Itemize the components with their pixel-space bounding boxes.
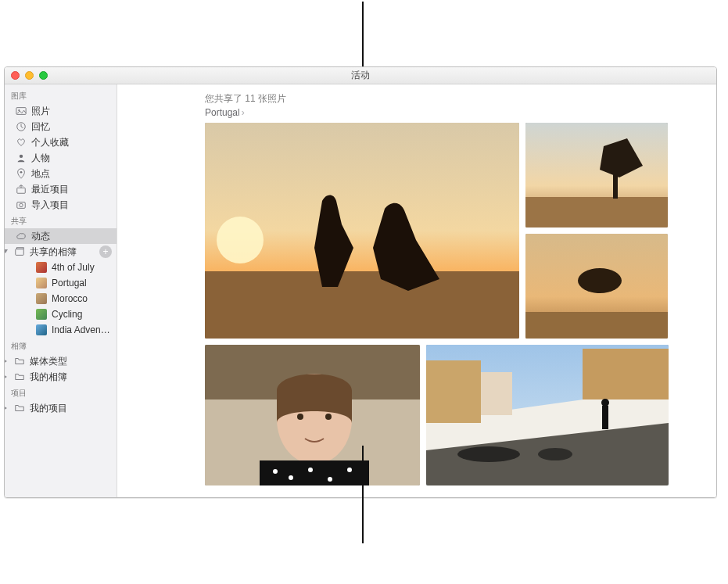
svg-rect-14 [525, 197, 668, 228]
svg-point-4 [20, 171, 23, 174]
svg-point-18 [578, 268, 622, 293]
svg-rect-32 [426, 360, 481, 423]
photo-thumbnail[interactable] [525, 234, 668, 339]
sidebar-item-label: Cycling [52, 309, 112, 320]
sidebar-item-photos[interactable]: 照片 [5, 103, 117, 119]
sidebar-item-media-types[interactable]: 媒体类型 [5, 353, 117, 369]
sidebar-item-my-projects[interactable]: 我的项目 [5, 400, 117, 416]
svg-point-28 [328, 477, 332, 482]
sidebar-item-memories[interactable]: 回忆 [5, 119, 117, 134]
svg-rect-12 [205, 271, 519, 339]
album-name-label: Portugal [205, 107, 240, 118]
disclosure-triangle-icon[interactable] [5, 357, 9, 365]
sidebar-item-label: Portugal [52, 278, 112, 288]
photo-grid-row-2 [205, 345, 693, 485]
sidebar-shared-album[interactable]: Portugal [5, 275, 117, 291]
sidebar-shared-album[interactable]: Cycling [5, 306, 117, 322]
callout-line-bottom [362, 446, 364, 543]
window-title: 活动 [5, 69, 716, 82]
svg-point-29 [347, 468, 352, 472]
sidebar-header-projects: 项目 [5, 385, 117, 400]
sidebar-item-activity[interactable]: 动态 [5, 228, 117, 244]
svg-point-38 [538, 448, 572, 460]
svg-point-27 [308, 468, 313, 472]
svg-rect-15 [613, 171, 618, 199]
sidebar-item-label: 我的项目 [30, 402, 112, 415]
svg-rect-17 [525, 312, 668, 339]
album-link[interactable]: Portugal › [205, 107, 245, 118]
sidebar-item-my-albums[interactable]: 我的相簿 [5, 369, 117, 385]
sidebar-item-people[interactable]: 人物 [5, 150, 117, 166]
svg-rect-9 [17, 248, 24, 249]
svg-point-7 [20, 203, 23, 206]
recent-icon [16, 184, 27, 195]
svg-rect-8 [16, 249, 24, 256]
photo-thumbnail[interactable] [205, 123, 519, 339]
places-icon [16, 168, 27, 179]
photo-thumbnail[interactable] [525, 123, 668, 228]
share-summary-text: 您共享了 11 张照片 [205, 92, 693, 106]
folder-icon [14, 403, 25, 414]
sidebar-header-albums: 相簿 [5, 338, 117, 353]
sidebar-item-label: 地点 [31, 167, 112, 181]
sidebar-item-shared-albums[interactable]: 共享的相簿 + [5, 244, 117, 260]
photo-thumbnail[interactable] [426, 345, 669, 485]
sidebar-item-label: 最近项目 [31, 183, 112, 196]
album-thumbnail [36, 278, 47, 288]
svg-point-25 [273, 469, 278, 474]
add-shared-album-button[interactable]: + [99, 245, 112, 258]
folder-icon [14, 371, 25, 382]
sidebar-shared-album[interactable]: India Adventure [5, 322, 117, 338]
sidebar-item-label: 媒体类型 [30, 355, 112, 368]
main-content: 您共享了 11 张照片 Portugal › [117, 84, 716, 497]
album-thumbnail [36, 293, 47, 304]
svg-point-22 [297, 414, 303, 420]
album-thumbnail [36, 309, 47, 320]
import-icon [16, 199, 27, 210]
photo-thumbnail[interactable] [205, 345, 420, 485]
sidebar-item-label: Morocco [52, 293, 112, 304]
sidebar-item-label: 个人收藏 [31, 136, 112, 149]
titlebar: 活动 [5, 67, 716, 84]
svg-point-23 [325, 414, 332, 420]
sidebar-item-label: 我的相簿 [30, 371, 112, 384]
heart-icon [16, 137, 27, 148]
sidebar-shared-album[interactable]: 4th of July [5, 260, 117, 275]
svg-point-26 [289, 475, 293, 480]
sidebar-item-label: 人物 [31, 152, 112, 165]
sidebar-item-label: 4th of July [52, 262, 112, 273]
svg-rect-6 [17, 202, 26, 209]
album-thumbnail [36, 324, 47, 335]
svg-rect-34 [481, 372, 512, 415]
svg-rect-35 [602, 406, 608, 429]
svg-point-3 [20, 155, 23, 158]
album-thumbnail [36, 262, 47, 273]
sidebar-item-places[interactable]: 地点 [5, 166, 117, 181]
sidebar-item-label: 回忆 [31, 120, 112, 134]
sidebar: 图库 照片 回忆 个人收藏 人物 地点 [5, 84, 117, 497]
folder-icon [14, 356, 25, 367]
app-window: 活动 图库 照片 回忆 个人收藏 人物 地点 [4, 66, 717, 498]
svg-point-36 [601, 399, 609, 407]
sidebar-item-label: 导入项目 [31, 199, 112, 212]
disclosure-triangle-icon[interactable] [5, 373, 9, 381]
sidebar-item-label: 照片 [31, 105, 112, 118]
shared-album-icon [14, 246, 25, 257]
memories-icon [16, 121, 27, 132]
disclosure-triangle-icon[interactable] [5, 248, 9, 256]
chevron-right-icon: › [242, 107, 245, 118]
photos-icon [16, 106, 27, 116]
sidebar-header-library: 图库 [5, 88, 117, 103]
sidebar-item-imports[interactable]: 导入项目 [5, 197, 117, 213]
cloud-icon [16, 231, 27, 242]
photo-grid-row-1 [205, 123, 693, 339]
sidebar-item-favorites[interactable]: 个人收藏 [5, 134, 117, 150]
sidebar-item-recents[interactable]: 最近项目 [5, 181, 117, 197]
svg-point-37 [457, 446, 520, 462]
sidebar-item-label: India Adventure [52, 324, 112, 335]
svg-rect-5 [17, 188, 26, 193]
disclosure-triangle-icon[interactable] [5, 404, 9, 412]
sidebar-item-label: 共享的相簿 [30, 245, 95, 259]
sidebar-shared-album[interactable]: Morocco [5, 291, 117, 306]
svg-point-11 [217, 217, 264, 263]
